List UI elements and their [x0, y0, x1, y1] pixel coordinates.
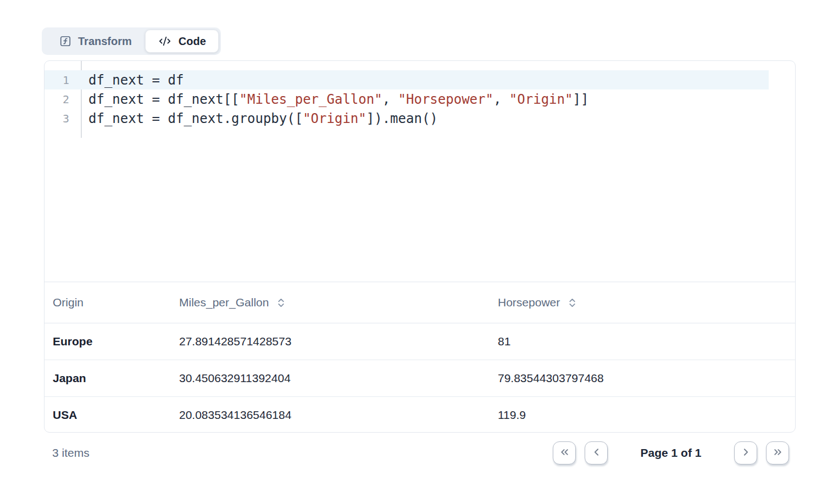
line-number: 1	[45, 74, 81, 87]
column-header-label: Horsepower	[498, 296, 560, 309]
code-panel: 1 df_next = df 2 df_next = df_next[["Mil…	[44, 60, 796, 433]
cell-miles-per-gallon: 27.891428571428573	[171, 335, 490, 348]
last-page-button[interactable]	[766, 441, 789, 464]
code-editor[interactable]: 1 df_next = df 2 df_next = df_next[["Mil…	[45, 61, 795, 282]
cell-horsepower: 81	[490, 335, 795, 348]
cell-origin: Europe	[45, 335, 171, 348]
tab-transform[interactable]: Transform	[42, 27, 145, 55]
code-line-1[interactable]: 1 df_next = df	[45, 70, 795, 89]
table-footer: 3 items Page 1 of 1	[44, 441, 796, 464]
line-number: 3	[45, 112, 81, 125]
tab-transform-label: Transform	[78, 35, 132, 48]
sort-icon[interactable]	[568, 298, 576, 308]
cell-miles-per-gallon: 20.083534136546184	[171, 408, 490, 422]
cell-origin: USA	[45, 408, 171, 422]
code-icon	[158, 35, 172, 47]
function-square-icon	[59, 35, 71, 47]
code-line-2[interactable]: 2 df_next = df_next[["Miles_per_Gallon",…	[45, 89, 795, 109]
chevron-left-icon	[591, 446, 602, 460]
cell-horsepower: 119.9	[490, 408, 795, 422]
table-row: Europe 27.891428571428573 81	[45, 323, 795, 360]
cell-miles-per-gallon: 30.450632911392404	[171, 372, 490, 385]
code-line-text: df_next = df_next[["Miles_per_Gallon", "…	[81, 92, 588, 107]
line-number: 2	[45, 93, 81, 106]
cell-horsepower: 79.83544303797468	[490, 372, 795, 385]
chevrons-left-icon	[559, 446, 570, 460]
table-row: Japan 30.450632911392404 79.835443037974…	[45, 360, 795, 397]
table-row: USA 20.083534136546184 119.9	[45, 397, 795, 433]
cell-origin: Japan	[45, 372, 171, 385]
items-count: 3 items	[44, 446, 90, 460]
chevrons-right-icon	[772, 446, 784, 460]
page-indicator: Page 1 of 1	[617, 446, 725, 460]
column-header-label: Miles_per_Gallon	[179, 296, 269, 309]
column-header-origin: Origin	[45, 296, 171, 309]
table-header-row: Origin Miles_per_Gallon Horsepower	[45, 282, 795, 323]
code-line-text: df_next = df_next.groupby(["Origin"]).me…	[81, 111, 438, 126]
tab-code[interactable]: Code	[145, 30, 219, 53]
column-header-miles-per-gallon[interactable]: Miles_per_Gallon	[171, 296, 490, 309]
previous-page-button[interactable]	[585, 441, 608, 464]
code-line-text: df_next = df	[81, 72, 184, 88]
tab-code-label: Code	[179, 35, 206, 48]
column-header-horsepower[interactable]: Horsepower	[490, 296, 795, 309]
sort-icon[interactable]	[277, 298, 285, 308]
chevron-right-icon	[740, 446, 752, 460]
pagination: Page 1 of 1	[553, 441, 796, 464]
first-page-button[interactable]	[553, 441, 576, 464]
next-page-button[interactable]	[734, 441, 757, 464]
view-toggle: Transform Code	[42, 27, 221, 55]
code-line-3[interactable]: 3 df_next = df_next.groupby(["Origin"]).…	[45, 109, 795, 128]
